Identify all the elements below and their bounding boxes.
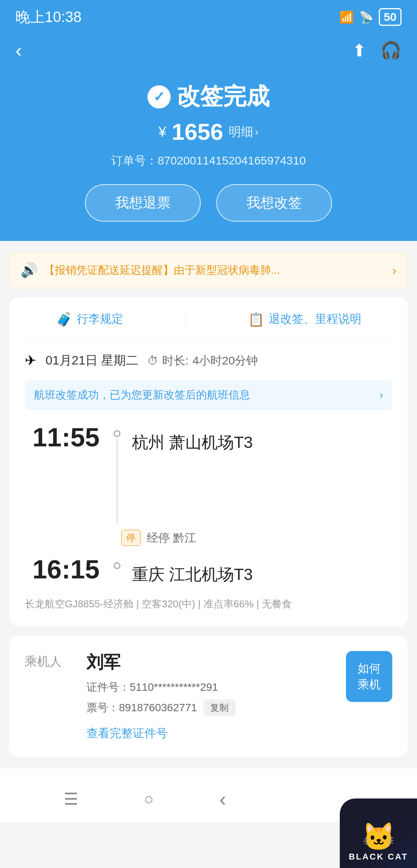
- checkmark-icon: ✓: [153, 89, 165, 105]
- passenger-name: 刘军: [86, 651, 346, 674]
- black-cat-watermark: 🐱 BLACK CAT: [340, 798, 417, 868]
- arrival-location: 重庆 江北机场T3: [132, 556, 253, 585]
- arrival-dot: [114, 562, 120, 569]
- flight-card: 🧳 行李规定 📋 退改签、里程说明 ✈ 01月21日 星期二 ⏱ 时长: 4小时…: [9, 297, 408, 626]
- baggage-link[interactable]: 🧳 行李规定: [56, 311, 123, 327]
- signal-icon: 📶: [339, 10, 354, 24]
- menu-icon[interactable]: ☰: [64, 790, 78, 809]
- price-detail-link[interactable]: 明细 ›: [229, 124, 258, 141]
- back-button[interactable]: ‹: [15, 39, 22, 61]
- currency-symbol: ¥: [159, 124, 166, 140]
- home-icon[interactable]: ○: [144, 790, 154, 809]
- headset-icon[interactable]: 🎧: [380, 40, 402, 60]
- order-number: 订单号：870200114152041659743​10: [15, 153, 402, 169]
- arrival-time: 16:15: [32, 556, 102, 582]
- passenger-card: 乘机人 刘军 证件号：5110***********291 票号：8918760…: [9, 636, 408, 757]
- status-time: 晚上10:38: [15, 7, 81, 27]
- departure-time: 11:55: [32, 424, 102, 450]
- route-line: [117, 439, 118, 524]
- arrival-dot-col: [114, 556, 120, 569]
- arrival-airport: 重庆 江北机场T3: [132, 561, 253, 585]
- route-container: 11:55 杭州 萧山机场T3 停 经停 黔江 16:15: [25, 424, 392, 585]
- refund-button[interactable]: 我想退票: [85, 184, 201, 222]
- flight-date-row: ✈ 01月21日 星期二 ⏱ 时长: 4小时20分钟: [25, 352, 392, 369]
- black-cat-text: BLACK CAT: [349, 852, 408, 862]
- status-bar: 晚上10:38 📶 📡 50: [0, 0, 417, 31]
- nav-actions: ⬆ 🎧: [352, 40, 402, 60]
- vertical-divider: [185, 311, 186, 327]
- action-buttons: 我想退票 我想改签: [15, 184, 402, 222]
- nav-bar: ‹ ⬆ 🎧: [0, 31, 417, 70]
- ticket-number: 票号：8918760362771: [86, 700, 197, 715]
- departure-airport: 杭州 萧山机场T3: [132, 429, 253, 453]
- passenger-id: 证件号：5110***********291: [86, 680, 346, 695]
- status-title: ✓ 改签完成: [15, 81, 402, 112]
- stopover-badge: 停: [121, 530, 141, 546]
- changed-banner-arrow: ›: [380, 389, 383, 401]
- view-full-id-link[interactable]: 查看完整证件号: [86, 726, 346, 741]
- header-section: ✓ 改签完成 ¥ 1656 明细 › 订单号：87020011415204165…: [0, 70, 417, 241]
- passenger-label: 乘机人: [25, 651, 79, 670]
- changed-banner[interactable]: 航班改签成功，已为您更新改签后的航班信息 ›: [25, 380, 392, 410]
- flight-date: 01月21日 星期二: [46, 352, 138, 369]
- price-detail-arrow: ›: [255, 126, 258, 138]
- passenger-row: 乘机人 刘军 证件号：5110***********291 票号：8918760…: [25, 651, 392, 741]
- price-row: ¥ 1656 明细 ›: [15, 119, 402, 145]
- ticket-row: 票号：8918760362771 复制: [86, 699, 346, 716]
- back-nav-icon[interactable]: ‹: [219, 788, 226, 811]
- page-title: 改签完成: [177, 81, 270, 112]
- notice-speaker-icon: 🔊: [20, 262, 38, 278]
- copy-button[interactable]: 复制: [203, 699, 236, 716]
- notice-text: 【报销凭证配送延迟提醒】由于新型冠状病毒肺...: [44, 263, 386, 278]
- check-circle-icon: ✓: [147, 85, 171, 108]
- stopover-label: 经停 黔江: [147, 530, 196, 546]
- changed-text: 航班改签成功，已为您更新改签后的航班信息: [34, 388, 250, 402]
- passenger-info: 刘军 证件号：5110***********291 票号：89187603627…: [86, 651, 346, 741]
- arrival-point: 16:15 重庆 江北机场T3: [32, 556, 392, 585]
- refund-policy-link[interactable]: 📋 退改签、里程说明: [248, 311, 361, 327]
- clock-icon: ⏱: [147, 354, 158, 367]
- notice-banner[interactable]: 🔊 【报销凭证配送延迟提醒】由于新型冠状病毒肺... ›: [9, 253, 408, 288]
- flight-meta: 长龙航空GJ8855-经济舱 | 空客320(中) | 准点率66% | 无餐食: [25, 596, 392, 612]
- boarding-guide-button[interactable]: 如何乘机: [346, 651, 392, 702]
- plane-icon: ✈: [25, 353, 36, 369]
- status-icons: 📶 📡 50: [339, 8, 402, 26]
- refund-icon: 📋: [248, 312, 264, 327]
- share-icon[interactable]: ⬆: [352, 41, 366, 60]
- departure-dot: [114, 430, 120, 437]
- black-cat-logo-icon: 🐱: [362, 823, 395, 850]
- battery-indicator: 50: [379, 8, 402, 26]
- notice-arrow-icon: ›: [392, 263, 397, 278]
- flight-duration: ⏱ 时长: 4小时20分钟: [147, 353, 258, 369]
- wifi-icon: 📡: [359, 10, 373, 24]
- route-dot-col: [114, 424, 120, 524]
- departure-location: 杭州 萧山机场T3: [132, 424, 253, 453]
- baggage-icon: 🧳: [56, 312, 72, 327]
- price-amount: 1656: [172, 119, 223, 145]
- change-button[interactable]: 我想改签: [216, 184, 332, 222]
- departure-point: 11:55 杭州 萧山机场T3: [32, 424, 392, 524]
- stopover-row: 停 经停 黔江: [121, 524, 392, 552]
- flight-card-top: 🧳 行李规定 📋 退改签、里程说明: [25, 311, 392, 340]
